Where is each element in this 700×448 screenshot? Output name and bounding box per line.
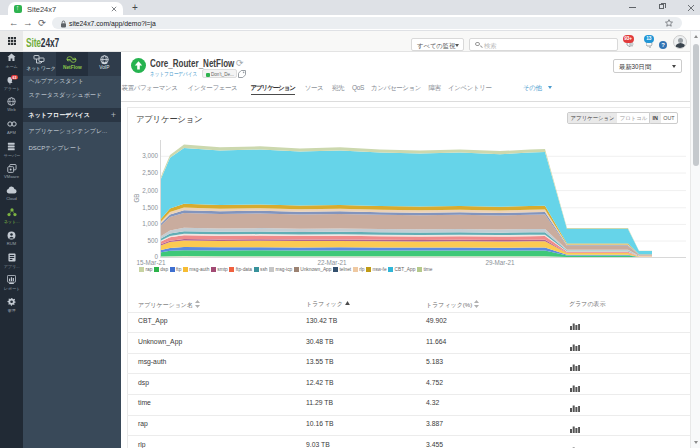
svg-text:63: 63 xyxy=(12,76,16,80)
